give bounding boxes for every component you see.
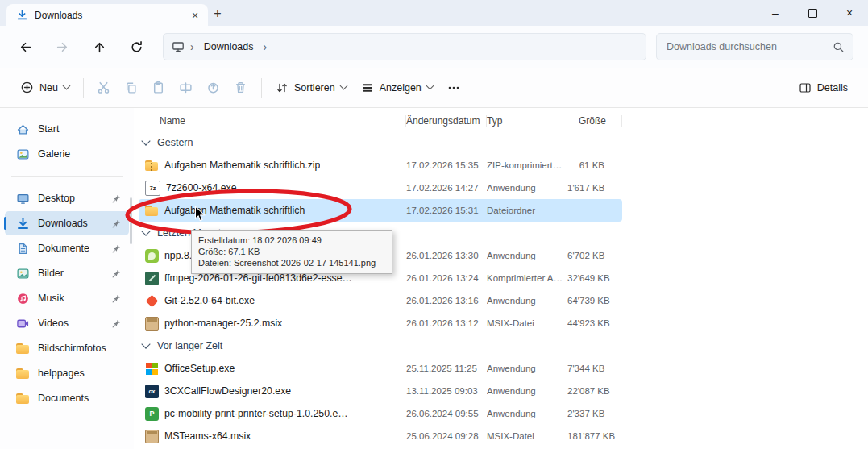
copy-button[interactable] bbox=[118, 74, 145, 102]
file-type: Anwendung bbox=[487, 409, 567, 418]
back-button[interactable] bbox=[11, 33, 39, 60]
sidebar-scrollbar[interactable] bbox=[130, 197, 132, 244]
command-toolbar: Neu Sortieren Anzeigen bbox=[0, 68, 868, 108]
sidebar-item-videos[interactable]: Videos bbox=[5, 311, 129, 335]
paste-button[interactable] bbox=[145, 74, 172, 102]
file-name: Aufgaben Mathematik schriftlich.zip bbox=[164, 160, 320, 171]
file-type: Dateiordner bbox=[487, 206, 567, 215]
folder-icon bbox=[15, 391, 30, 405]
sidebar-item-label: Dokumente bbox=[38, 243, 89, 254]
sidebar-item-dokumente[interactable]: Dokumente bbox=[5, 236, 129, 260]
file-date: 17.02.2026 15:35 bbox=[406, 160, 487, 170]
file-row[interactable]: Aufgaben Mathematik schriftlich.zip 17.0… bbox=[139, 154, 622, 177]
details-pane-icon bbox=[799, 81, 812, 94]
explorer-tab[interactable]: Downloads × bbox=[6, 4, 208, 26]
search-box[interactable] bbox=[656, 33, 853, 60]
file-type: MSIX-Datei bbox=[487, 318, 567, 328]
file-name-cell: 7z 7z2600-x64.exe bbox=[139, 181, 406, 196]
file-size: 181'877 KB bbox=[567, 431, 622, 441]
file-name: python-manager-25.2.msix bbox=[164, 318, 282, 329]
share-button[interactable] bbox=[200, 74, 227, 102]
pin-icon bbox=[112, 194, 121, 203]
file-row[interactable]: P pc-mobility-print-printer-setup-1.0.25… bbox=[139, 402, 622, 425]
refresh-button[interactable] bbox=[123, 33, 150, 60]
details-button-label: Details bbox=[817, 82, 848, 94]
file-type: Anwendung bbox=[487, 364, 567, 373]
group-label: Gestern bbox=[157, 137, 193, 148]
file-name-cell: Aufgaben Mathematik schriftlich.zip bbox=[139, 159, 406, 173]
maximize-button[interactable] bbox=[794, 0, 831, 26]
desktop-icon bbox=[15, 191, 30, 206]
file-type: Anwendung bbox=[487, 386, 567, 396]
file-size: 22'087 KB bbox=[567, 386, 622, 396]
file-name: ffmpeg-2026-01-26-git-fe0813d6e2-esse… bbox=[164, 272, 352, 284]
rename-button[interactable] bbox=[172, 74, 200, 102]
view-icon bbox=[361, 81, 374, 94]
sidebar-item-label: Bilder bbox=[38, 268, 64, 279]
documents-icon bbox=[15, 241, 30, 256]
file-row[interactable]: MSTeams-x64.msix 25.06.2024 09:28 MSIX-D… bbox=[139, 425, 622, 447]
column-header-type[interactable]: Typ bbox=[487, 110, 567, 131]
chevron-down-icon bbox=[141, 136, 150, 145]
column-header-name[interactable]: Name bbox=[139, 110, 406, 131]
sidebar-item-galerie[interactable]: Galerie bbox=[5, 142, 129, 166]
sidebar-item-label: Desktop bbox=[38, 193, 75, 204]
window-controls: – × bbox=[757, 0, 868, 26]
details-button[interactable]: Details bbox=[791, 76, 855, 100]
sidebar-item-label: Videos bbox=[38, 318, 69, 329]
delete-button[interactable] bbox=[227, 74, 255, 102]
address-bar[interactable]: › Downloads › bbox=[163, 33, 646, 60]
file-row[interactable]: python-manager-25.2.msix 26.01.2026 13:1… bbox=[139, 312, 622, 335]
minimize-button[interactable]: – bbox=[757, 0, 794, 26]
chevron-down-icon bbox=[141, 339, 150, 348]
file-name: OfficeSetup.exe bbox=[164, 363, 235, 374]
plus-circle-icon bbox=[20, 81, 34, 94]
sidebar-item-musik[interactable]: Musik bbox=[5, 286, 129, 310]
file-row-selected[interactable]: Aufgaben Mathematik schriftlich 17.02.20… bbox=[139, 199, 622, 222]
cut-button[interactable] bbox=[90, 74, 118, 102]
file-row[interactable]: 7z 7z2600-x64.exe 17.02.2026 14:27 Anwen… bbox=[139, 177, 622, 199]
group-header-vor-langer-zeit[interactable]: Vor langer Zeit bbox=[139, 335, 868, 357]
up-button[interactable] bbox=[85, 33, 113, 60]
folder-icon bbox=[15, 366, 30, 380]
tab-close-button[interactable]: × bbox=[187, 7, 203, 23]
group-header-gestern[interactable]: Gestern bbox=[139, 131, 868, 154]
file-row[interactable]: OfficeSetup.exe 25.11.2025 11:25 Anwendu… bbox=[139, 357, 622, 380]
file-type: Anwendung bbox=[487, 251, 567, 260]
file-date: 26.06.2024 09:55 bbox=[406, 409, 487, 418]
file-size: 2'337 KB bbox=[567, 409, 622, 418]
pin-icon bbox=[112, 219, 121, 228]
archive-file-icon bbox=[145, 272, 159, 285]
forward-button[interactable] bbox=[48, 33, 76, 60]
view-button[interactable]: Anzeigen bbox=[354, 76, 440, 100]
file-date: 13.11.2025 09:03 bbox=[406, 386, 487, 396]
toolbar-divider bbox=[83, 78, 84, 98]
sidebar-item-bilder[interactable]: Bilder bbox=[5, 261, 129, 285]
close-button[interactable]: × bbox=[831, 0, 868, 26]
pictures-icon bbox=[15, 266, 30, 281]
papercut-print-icon: P bbox=[145, 407, 159, 421]
new-tab-button[interactable]: + bbox=[208, 5, 227, 23]
new-button[interactable]: Neu bbox=[13, 75, 77, 100]
file-row[interactable]: cx 3CXCallFlowDesigner20.exe 13.11.2025 … bbox=[139, 380, 622, 402]
sidebar-item-start[interactable]: Start bbox=[5, 117, 129, 141]
breadcrumb-item-downloads[interactable]: Downloads bbox=[200, 39, 258, 55]
file-row[interactable]: Git-2.52.0-64-bit.exe 26.01.2026 13:16 A… bbox=[139, 289, 622, 312]
msix-package-icon bbox=[145, 430, 159, 443]
sort-button[interactable]: Sortieren bbox=[268, 76, 354, 100]
group-label: Vor langer Zeit bbox=[157, 340, 222, 351]
sidebar-item-desktop[interactable]: Desktop bbox=[5, 186, 129, 210]
column-header-size[interactable]: Größe bbox=[567, 110, 622, 131]
sidebar-item-documents[interactable]: Documents bbox=[5, 386, 129, 410]
search-input[interactable] bbox=[665, 40, 833, 53]
sidebar-item-helppages[interactable]: helppages bbox=[5, 361, 129, 385]
chevron-down-icon bbox=[426, 82, 434, 90]
folder-icon bbox=[145, 204, 159, 218]
column-header-date[interactable]: Änderungsdatum bbox=[406, 110, 487, 131]
breadcrumb-chevron-icon: › bbox=[190, 41, 194, 52]
file-name: Aufgaben Mathematik schriftlich bbox=[164, 205, 305, 216]
file-size: 7'344 KB bbox=[567, 364, 622, 373]
sidebar-item-bildschirmfotos[interactable]: Bildschirmfotos bbox=[5, 336, 129, 360]
more-button[interactable] bbox=[440, 74, 467, 102]
sidebar-item-downloads[interactable]: Downloads bbox=[5, 211, 129, 235]
